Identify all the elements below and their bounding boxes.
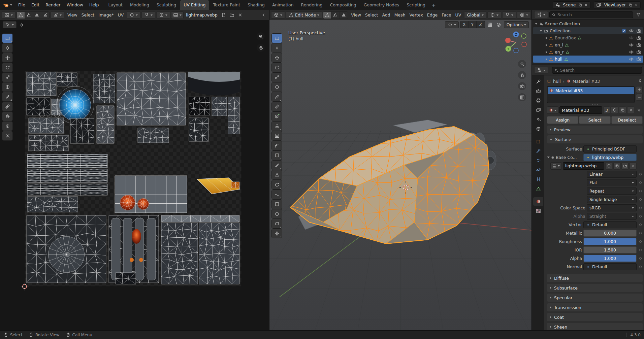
breadcrumb-object[interactable]: hull bbox=[553, 79, 561, 84]
expand-icon[interactable] bbox=[546, 44, 547, 46]
vp-menu-edge[interactable]: Edge bbox=[425, 11, 440, 19]
tool-bevel[interactable] bbox=[272, 141, 282, 150]
color-space-select[interactable]: sRGB bbox=[587, 204, 637, 211]
menu-help[interactable]: Help bbox=[86, 1, 102, 8]
outliner-row-hull[interactable]: hull bbox=[533, 56, 643, 63]
tool-extrude[interactable] bbox=[272, 122, 282, 131]
render-visibility-toggle[interactable] bbox=[636, 57, 641, 62]
properties-search-input[interactable] bbox=[560, 68, 640, 73]
tool-rip[interactable] bbox=[272, 229, 282, 238]
tool-move[interactable] bbox=[2, 53, 12, 62]
tool-move[interactable] bbox=[272, 53, 282, 62]
uv-proportional-button[interactable] bbox=[156, 11, 170, 19]
tool-inset[interactable] bbox=[272, 131, 282, 140]
image-browse-button[interactable] bbox=[550, 162, 562, 170]
viewport-canvas[interactable] bbox=[269, 20, 532, 330]
mirror-axes-button[interactable] bbox=[445, 21, 459, 28]
proportional-edit-button[interactable] bbox=[517, 11, 531, 19]
uv-snap-button[interactable] bbox=[141, 11, 155, 19]
vp-menu-view[interactable]: View bbox=[349, 11, 363, 19]
uv-menu-select[interactable]: Select bbox=[79, 11, 97, 19]
tool-scale[interactable] bbox=[272, 73, 282, 82]
tool-transform[interactable] bbox=[2, 82, 12, 92]
tab-scene[interactable] bbox=[533, 115, 543, 124]
workspace-tab-scripting[interactable]: Scripting bbox=[403, 0, 429, 10]
tool-edgeslide[interactable] bbox=[272, 200, 282, 209]
outliner-row-collection[interactable]: Collection bbox=[533, 27, 643, 34]
uv-editor-type-button[interactable] bbox=[2, 11, 15, 19]
outliner-row-scene-collection[interactable]: Scene Collection bbox=[533, 20, 643, 27]
workspace-tab-compositing[interactable]: Compositing bbox=[326, 0, 360, 10]
tab-render[interactable] bbox=[533, 87, 543, 95]
tool-relax[interactable] bbox=[2, 122, 12, 131]
material-slot-list[interactable]: Material #33 bbox=[547, 86, 635, 103]
tab-constraints[interactable] bbox=[533, 175, 543, 183]
ior-slider[interactable]: 1.500 bbox=[583, 246, 637, 253]
object-name[interactable]: hull bbox=[555, 57, 562, 62]
panel-coat[interactable]: Coat bbox=[547, 313, 643, 321]
menu-render[interactable]: Render bbox=[42, 1, 64, 8]
tab-data[interactable] bbox=[533, 184, 543, 193]
camera-view-button[interactable] bbox=[518, 82, 526, 90]
add-workspace-button[interactable]: + bbox=[429, 0, 439, 10]
tab-texture[interactable] bbox=[533, 207, 543, 215]
panel-subsurface[interactable]: Subsurface bbox=[547, 284, 643, 292]
uv-tool-settings-button[interactable] bbox=[3, 21, 17, 28]
alpha-slider[interactable]: 1.000 bbox=[583, 255, 637, 262]
workspace-tab-shading[interactable]: Shading bbox=[244, 0, 268, 10]
workspace-tab-rendering[interactable]: Rendering bbox=[297, 0, 326, 10]
vector-input-button[interactable]: Default bbox=[583, 221, 637, 228]
menu-window[interactable]: Window bbox=[64, 1, 86, 8]
panel-surface[interactable]: Surface bbox=[547, 135, 643, 143]
image-name-field[interactable]: lightmap.webp bbox=[185, 12, 219, 18]
alpha-mode-select[interactable]: Straight bbox=[587, 213, 637, 220]
unlink-scene-icon[interactable] bbox=[584, 3, 588, 7]
edge-select-button[interactable] bbox=[331, 12, 340, 19]
uv-mode-vertex[interactable] bbox=[17, 12, 25, 19]
menu-file[interactable]: File bbox=[15, 1, 28, 8]
material-filter-button[interactable] bbox=[635, 106, 643, 114]
material-slot-row[interactable]: Material #33 bbox=[548, 87, 634, 94]
pan-button[interactable] bbox=[518, 71, 526, 79]
expand-icon[interactable] bbox=[540, 30, 542, 32]
extension-select[interactable]: Repeat bbox=[587, 188, 637, 195]
object-name[interactable]: en_r bbox=[555, 49, 564, 55]
tab-world[interactable] bbox=[533, 125, 543, 133]
uv-mode-island[interactable] bbox=[41, 12, 49, 19]
hide-toggle[interactable] bbox=[629, 35, 634, 40]
panel-diffuse[interactable]: Diffuse bbox=[547, 274, 643, 282]
tool-shrink[interactable] bbox=[272, 209, 282, 218]
uv-pivot-button[interactable] bbox=[127, 11, 140, 19]
mode-select[interactable]: Edit Mode bbox=[286, 11, 322, 19]
tool-annotate[interactable] bbox=[272, 92, 282, 101]
viewlayer-name[interactable]: ViewLayer bbox=[603, 2, 627, 7]
tool-smooth[interactable] bbox=[272, 190, 282, 199]
options-dropdown[interactable]: Options bbox=[504, 21, 529, 28]
vp-menu-vertex[interactable]: Vertex bbox=[408, 11, 425, 19]
uv-mode-edge[interactable] bbox=[25, 12, 33, 19]
outliner-editor-type-button[interactable] bbox=[534, 11, 548, 18]
object-name[interactable]: en_l bbox=[555, 42, 563, 47]
tool-addcube[interactable] bbox=[272, 112, 282, 121]
scene-collection-label[interactable]: Scene Collection bbox=[545, 21, 580, 26]
add-slot-button[interactable] bbox=[636, 86, 643, 93]
workspace-tab-modeling[interactable]: Modeling bbox=[126, 0, 153, 10]
render-visibility-toggle[interactable] bbox=[636, 28, 641, 33]
expand-icon[interactable] bbox=[546, 51, 547, 54]
tool-transform[interactable] bbox=[272, 82, 282, 92]
source-select[interactable]: Single Image bbox=[587, 196, 637, 203]
uv-sidebar-toggle[interactable] bbox=[260, 11, 267, 19]
projection-select[interactable]: Flat bbox=[587, 179, 637, 186]
image-unlink-button[interactable] bbox=[630, 162, 637, 170]
tool-spin[interactable] bbox=[272, 180, 282, 189]
snap-grid-toggle[interactable] bbox=[486, 21, 494, 28]
material-users-button[interactable]: 3 bbox=[603, 106, 610, 114]
vp-menu-face[interactable]: Face bbox=[440, 11, 453, 19]
uv-menu-uv[interactable]: UV bbox=[116, 11, 126, 19]
tool-cursor[interactable] bbox=[2, 43, 12, 53]
object-name[interactable]: BoundBox bbox=[555, 35, 576, 40]
exclude-checkbox[interactable] bbox=[621, 28, 626, 33]
menu-edit[interactable]: Edit bbox=[28, 1, 42, 8]
normal-input-button[interactable]: Default bbox=[583, 263, 637, 270]
tab-viewlayer[interactable] bbox=[533, 106, 543, 114]
